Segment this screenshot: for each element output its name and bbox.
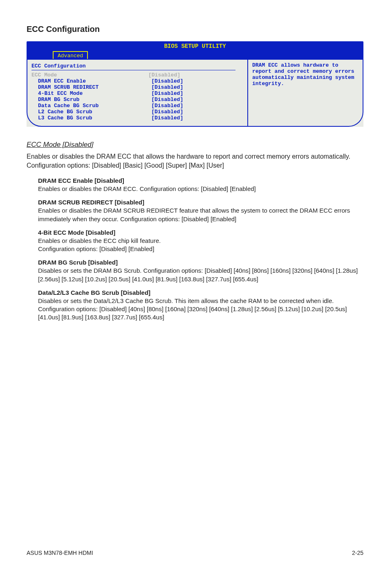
bios-row-label: Data Cache BG Scrub (31, 103, 151, 109)
sub-item-title: DRAM ECC Enable [Disabled] (38, 177, 363, 184)
sub-item-body: Enables or disables the DRAM ECC. Config… (38, 185, 363, 193)
sub-item-title: DRAM BG Scrub [Disabled] (38, 259, 363, 266)
sub-item-body: Enables or disables the ECC chip kill fe… (38, 237, 363, 254)
bios-body: ECC Configuration ECC Mode[Disabled]DRAM… (27, 59, 363, 127)
bios-utility-title: BIOS SETUP UTILITY (28, 43, 362, 50)
bios-row-label: DRAM BG Scrub (31, 97, 151, 103)
bios-row[interactable]: Data Cache BG Scrub[Disabled] (31, 103, 244, 109)
sub-item-body: Disables or sets the Data/L2/L3 Cache BG… (38, 297, 363, 322)
bios-left-heading: ECC Configuration (31, 62, 235, 70)
sub-item: Data/L2/L3 Cache BG Scrub [Disabled]Disa… (38, 289, 363, 322)
bios-row-label: DRAM SCRUB REDIRECT (31, 84, 151, 90)
bios-top-bar: BIOS SETUP UTILITY Advanced (27, 41, 363, 59)
bios-row[interactable]: 4-Bit ECC Mode[Disabled] (31, 90, 244, 97)
bios-help-panel: DRAM ECC allows hardware to report and c… (248, 59, 363, 127)
sub-item-body: Disables or sets the DRAM BG Scrub. Conf… (38, 267, 363, 283)
bios-row-label: DRAM ECC Enable (31, 78, 151, 84)
ecc-mode-heading: ECC Mode [Disabled] (27, 141, 363, 149)
bios-row[interactable]: L2 Cache BG Scrub[Disabled] (31, 109, 244, 115)
bios-panel: BIOS SETUP UTILITY Advanced ECC Configur… (27, 41, 363, 127)
bios-row-label: L3 Cache BG Scrub (31, 115, 151, 121)
sub-item: DRAM SCRUB REDIRECT [Disabled]Enables or… (38, 199, 363, 223)
sub-item-title: 4-Bit ECC Mode [Disabled] (38, 229, 363, 236)
bios-row-value: [Disabled] (151, 78, 244, 84)
bios-row-label: ECC Mode (31, 72, 148, 78)
bios-row-value: [Disabled] (151, 115, 244, 121)
bios-tabs: Advanced (28, 50, 362, 59)
bios-row-value: [Disabled] (151, 103, 244, 109)
bios-row-label: 4-Bit ECC Mode (31, 90, 151, 97)
bios-row-value: [Disabled] (151, 90, 244, 97)
sub-item-title: DRAM SCRUB REDIRECT [Disabled] (38, 199, 363, 206)
bios-row-value: [Disabled] (151, 84, 244, 90)
bios-row-label: L2 Cache BG Scrub (31, 109, 151, 115)
bios-row[interactable]: DRAM SCRUB REDIRECT[Disabled] (31, 84, 244, 90)
bios-row-value: [Disabled] (151, 97, 244, 103)
section-title: ECC Configuration (27, 25, 363, 34)
bios-row[interactable]: L3 Cache BG Scrub[Disabled] (31, 115, 244, 121)
ecc-mode-body: Enables or disables the DRAM ECC that al… (27, 152, 363, 170)
sub-item-title: Data/L2/L3 Cache BG Scrub [Disabled] (38, 289, 363, 296)
sub-item: DRAM BG Scrub [Disabled]Disables or sets… (38, 259, 363, 283)
sub-item: 4-Bit ECC Mode [Disabled]Enables or disa… (38, 229, 363, 254)
bios-row-value: [Disabled] (151, 109, 244, 115)
bios-tab-advanced[interactable]: Advanced (53, 51, 88, 60)
bios-row-value: [Disabled] (148, 72, 244, 78)
sub-item-body: Enables or disables the DRAM SCRUB REDIR… (38, 206, 363, 223)
bios-row[interactable]: DRAM ECC Enable[Disabled] (31, 78, 244, 84)
sub-item: DRAM ECC Enable [Disabled]Enables or dis… (38, 177, 363, 193)
bios-row[interactable]: DRAM BG Scrub[Disabled] (31, 97, 244, 103)
bios-left-panel: ECC Configuration ECC Mode[Disabled]DRAM… (27, 59, 248, 127)
footer-right: 2-25 (352, 550, 363, 556)
bios-rows: ECC Mode[Disabled]DRAM ECC Enable[Disabl… (31, 72, 244, 121)
bios-row[interactable]: ECC Mode[Disabled] (31, 72, 244, 78)
footer-left: ASUS M3N78-EMH HDMI (27, 550, 93, 556)
